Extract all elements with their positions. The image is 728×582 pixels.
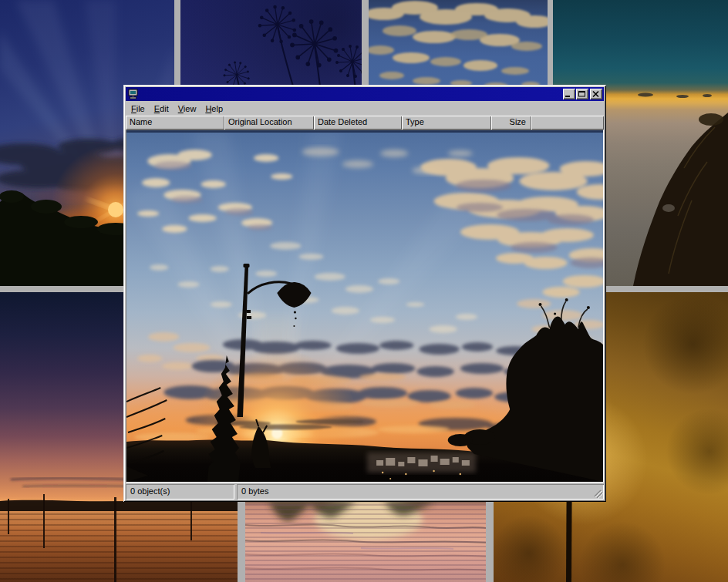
minimize-button[interactable] xyxy=(563,89,575,99)
status-object-count: 0 object(s) xyxy=(126,484,234,500)
close-button[interactable] xyxy=(590,89,602,99)
computer-icon[interactable] xyxy=(127,89,140,99)
column-header-size[interactable]: Size xyxy=(491,116,531,130)
column-header-name[interactable]: Name xyxy=(126,116,224,130)
column-header-type[interactable]: Type xyxy=(402,116,491,130)
list-view-area[interactable] xyxy=(126,130,604,483)
column-header-filler xyxy=(531,116,604,130)
list-column-headers: Name Original Location Date Deleted Type… xyxy=(126,116,604,130)
status-bar: 0 object(s) 0 bytes xyxy=(126,484,604,500)
recycle-bin-window: File Edit View Help Name Original Locati… xyxy=(123,85,606,502)
window-titlebar[interactable] xyxy=(126,87,604,101)
minimize-icon xyxy=(563,89,575,99)
maximize-button[interactable] xyxy=(576,89,588,99)
menu-bar: File Edit View Help xyxy=(126,102,604,116)
menu-help[interactable]: Help xyxy=(201,103,228,115)
menu-view[interactable]: View xyxy=(174,103,201,115)
menu-file[interactable]: File xyxy=(126,103,150,115)
close-icon xyxy=(590,89,602,99)
maximize-icon xyxy=(576,89,588,99)
sunset-lamp-photo xyxy=(126,130,603,482)
column-header-original-location[interactable]: Original Location xyxy=(224,116,314,130)
resize-grip-icon[interactable] xyxy=(592,488,603,499)
menu-edit[interactable]: Edit xyxy=(150,103,174,115)
column-header-date-deleted[interactable]: Date Deleted xyxy=(314,116,402,130)
status-byte-count: 0 bytes xyxy=(237,484,604,500)
